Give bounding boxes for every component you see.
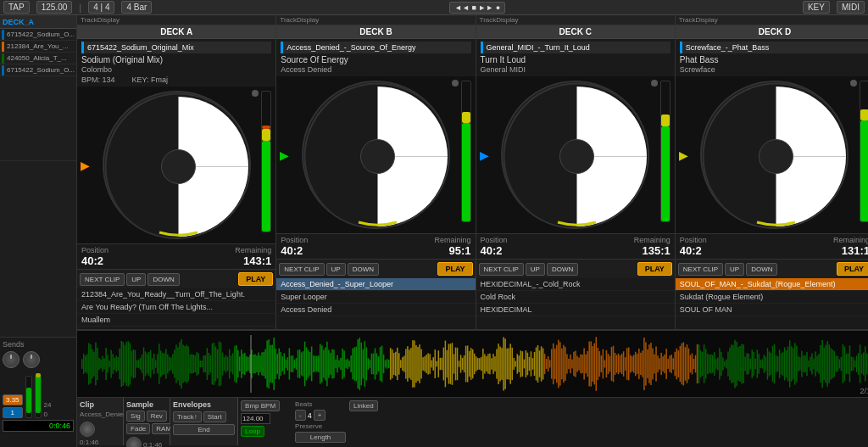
svg-rect-196 [402,357,403,371]
svg-rect-467 [866,354,868,375]
env-btn-1[interactable]: Track↑ [173,411,202,422]
svg-rect-318 [611,347,613,381]
sample-btn-1[interactable]: Sig [126,411,145,422]
deck-c-down[interactable]: DOWN [547,263,578,276]
track-list: 6715422_Sodium_O... 212384_Are_You_... 4… [0,29,76,337]
deck-d-clip-2[interactable]: SOUL OF MAN [676,304,868,316]
deck-b-play[interactable]: PLAY [437,262,472,276]
deck-d-next-clip[interactable]: NEXT CLIP [678,263,723,276]
env-btn-3[interactable]: End [173,424,235,435]
top-bar: TAP 125.00 | 4 | 4 4 Bar ◄◄ ■ ►► ● KEY M… [0,0,868,15]
sample-knob[interactable] [126,437,142,447]
deck-d-position-label: Position [680,236,707,244]
svg-rect-265 [520,350,522,377]
svg-rect-262 [515,361,517,367]
sample-btn-3[interactable]: Fade [126,423,150,434]
deck-a-clip-1[interactable]: Are You Ready? (Turn Off The Lights... [77,301,275,314]
deck-b-header: DECK B [276,25,475,39]
svg-rect-438 [816,356,818,372]
deck-d-up[interactable]: UP [725,263,744,276]
svg-rect-125 [281,352,282,376]
sample-btn-2[interactable]: Rev [147,411,167,422]
deck-b-down[interactable]: DOWN [348,263,379,276]
svg-rect-309 [596,337,598,391]
midi-button[interactable]: MIDI [837,1,865,14]
loop-button[interactable]: Loop [241,426,264,437]
svg-rect-187 [387,359,388,368]
tap-button[interactable]: TAP [3,1,30,14]
deck-a-next-clip[interactable]: NEXT CLIP [80,273,125,286]
blue-button[interactable]: 1 [3,407,23,418]
svg-rect-277 [541,346,542,381]
svg-rect-294 [570,355,571,373]
env-btn-2[interactable]: Start [203,411,226,422]
svg-rect-311 [599,351,601,377]
send-knob-2[interactable] [23,351,40,368]
svg-rect-314 [604,360,606,368]
svg-rect-165 [348,360,350,367]
deck-a-play[interactable]: PLAY [238,272,273,286]
deck-b-position-row: Position 40:2 Remaining 95:1 [276,233,475,260]
orange-button[interactable]: 3.35 [3,394,23,405]
svg-rect-434 [810,357,811,372]
length-button[interactable]: Length [295,432,346,443]
svg-rect-29 [115,355,117,372]
deck-b-clip-1[interactable]: Super Looper [276,291,475,304]
send-knob-1[interactable] [3,351,19,368]
deck-b-next-clip[interactable]: NEXT CLIP [279,263,324,276]
deck-b-clip-0[interactable]: Access_Denied_-_Super_Looper [276,278,475,291]
deck-c-clip-0[interactable]: HEXIDECIMAL_-_Cold_Rock [476,278,675,291]
center-transport[interactable]: ◄◄ ■ ►► ● [449,2,505,14]
bar-marker[interactable]: 4 Bar [121,1,152,14]
svg-rect-227 [455,348,457,381]
deck-b-clips: Access_Denied_-_Super_Looper Super Loope… [276,278,475,329]
key-button[interactable]: KEY [803,1,830,14]
deck-b-turntable[interactable] [302,81,450,229]
deck-b-up[interactable]: UP [326,263,346,276]
svg-rect-240 [477,358,479,370]
svg-rect-180 [375,349,376,380]
deck-d-down[interactable]: DOWN [746,263,777,276]
svg-rect-316 [608,354,609,374]
deck-a-position-row: Position 40:2 Remaining 143:1 [77,243,275,270]
svg-rect-264 [519,355,520,372]
linked-button[interactable]: Linked [349,400,378,411]
svg-rect-391 [736,342,737,386]
svg-rect-249 [492,354,494,374]
deck-d-turntable[interactable] [700,81,849,229]
beats-dec[interactable]: - [295,410,306,421]
deck-a-clip-0[interactable]: 212384_Are_You_Ready__Turn_Off_The_Light… [77,288,275,301]
svg-rect-339 [647,349,648,378]
deck-c-turntable[interactable] [501,81,649,229]
deck-a-up[interactable]: UP [126,273,146,286]
track-item[interactable]: 212384_Are_You_... [0,41,76,53]
deck-d-clip-1[interactable]: Sukdat (Rogue Element) [676,291,868,304]
deck-c-up[interactable]: UP [526,263,545,276]
deck-c-clip-2[interactable]: HEXIDECIMAL [476,304,675,316]
track-item[interactable] [0,76,76,161]
deck-a-clip-2[interactable]: Muallem [77,314,275,327]
deck-a-turntable[interactable] [103,91,251,239]
track-item[interactable]: 424050_Alicia_T_... [0,53,76,64]
svg-rect-55 [160,350,162,377]
deck-b-clip-2[interactable]: Access Denied [276,304,475,316]
clip-knob[interactable] [80,422,95,437]
deck-c-play[interactable]: PLAY [637,262,672,276]
track-item[interactable]: 6715422_Sodium_O... [0,29,76,41]
svg-rect-451 [839,359,841,368]
bpm-input[interactable] [241,413,270,424]
deck-c-clip-1[interactable]: Cold Rock [476,291,675,304]
deck-d-clip-0[interactable]: SOUL_OF_MAN_-_Sukdat_(Rogue_Element) [676,278,868,291]
svg-rect-229 [459,360,460,366]
deck-a-down[interactable]: DOWN [147,273,179,286]
bpm-label[interactable]: Bmp BPM [241,400,280,411]
beats-inc[interactable]: + [314,410,326,421]
deck-c-next-clip[interactable]: NEXT CLIP [479,263,524,276]
svg-rect-100 [237,350,239,377]
svg-rect-329 [630,355,632,373]
svg-rect-154 [330,353,331,375]
svg-rect-170 [358,339,359,388]
track-item[interactable]: 6715422_Sodium_O... [0,64,76,76]
deck-d-play[interactable]: PLAY [837,262,868,276]
svg-rect-102 [241,349,242,378]
